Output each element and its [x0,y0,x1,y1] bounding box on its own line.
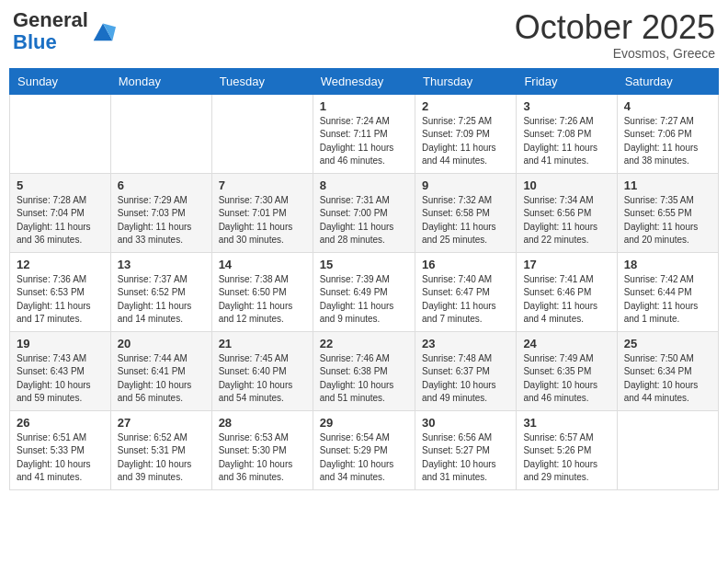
calendar-cell: 29Sunrise: 6:54 AM Sunset: 5:29 PM Dayli… [313,410,415,489]
calendar-week-row: 1Sunrise: 7:24 AM Sunset: 7:11 PM Daylig… [10,94,719,173]
day-info: Sunrise: 7:31 AM Sunset: 7:00 PM Dayligh… [320,194,408,247]
calendar-table: SundayMondayTuesdayWednesdayThursdayFrid… [9,68,719,490]
calendar-cell: 6Sunrise: 7:29 AM Sunset: 7:03 PM Daylig… [110,173,211,252]
day-info: Sunrise: 7:46 AM Sunset: 6:38 PM Dayligh… [320,352,408,406]
day-number: 11 [624,178,711,192]
calendar-cell: 26Sunrise: 6:51 AM Sunset: 5:33 PM Dayli… [10,410,111,489]
day-info: Sunrise: 7:25 AM Sunset: 7:09 PM Dayligh… [422,115,509,168]
calendar-cell: 11Sunrise: 7:35 AM Sunset: 6:55 PM Dayli… [617,173,718,252]
day-number: 3 [523,99,609,113]
calendar-cell: 24Sunrise: 7:49 AM Sunset: 6:35 PM Dayli… [517,331,617,410]
day-number: 16 [422,258,509,271]
day-number: 5 [17,178,104,192]
page-header: General Blue October 2025 Evosmos, Greec… [9,9,719,61]
day-number: 18 [624,258,711,271]
calendar-cell: 13Sunrise: 7:37 AM Sunset: 6:52 PM Dayli… [110,252,211,331]
day-info: Sunrise: 7:44 AM Sunset: 6:41 PM Dayligh… [118,352,205,406]
day-info: Sunrise: 7:38 AM Sunset: 6:50 PM Dayligh… [219,273,306,327]
day-number: 13 [118,258,205,271]
day-number: 29 [320,416,408,430]
day-info: Sunrise: 7:35 AM Sunset: 6:55 PM Dayligh… [624,194,711,247]
calendar-cell: 18Sunrise: 7:42 AM Sunset: 6:44 PM Dayli… [617,252,718,331]
calendar-cell: 16Sunrise: 7:40 AM Sunset: 6:47 PM Dayli… [415,252,516,331]
day-info: Sunrise: 7:24 AM Sunset: 7:11 PM Dayligh… [320,115,408,168]
day-number: 21 [219,337,306,350]
calendar-week-row: 12Sunrise: 7:36 AM Sunset: 6:53 PM Dayli… [10,252,719,331]
day-info: Sunrise: 7:43 AM Sunset: 6:43 PM Dayligh… [17,352,104,406]
day-number: 4 [624,99,711,113]
day-number: 15 [320,258,408,271]
weekday-header: Thursday [415,68,516,94]
day-info: Sunrise: 7:39 AM Sunset: 6:49 PM Dayligh… [320,273,408,327]
day-info: Sunrise: 7:29 AM Sunset: 7:03 PM Dayligh… [118,194,205,247]
day-info: Sunrise: 7:48 AM Sunset: 6:37 PM Dayligh… [422,352,509,406]
weekday-header: Monday [110,68,211,94]
day-number: 25 [624,337,711,350]
day-number: 9 [422,178,509,192]
calendar-cell: 21Sunrise: 7:45 AM Sunset: 6:40 PM Dayli… [211,331,313,410]
day-info: Sunrise: 7:49 AM Sunset: 6:35 PM Dayligh… [523,352,609,406]
day-info: Sunrise: 7:41 AM Sunset: 6:46 PM Dayligh… [523,273,609,327]
calendar-cell: 4Sunrise: 7:27 AM Sunset: 7:06 PM Daylig… [617,94,718,173]
calendar-cell: 3Sunrise: 7:26 AM Sunset: 7:08 PM Daylig… [517,94,617,173]
day-number: 27 [118,416,205,430]
weekday-header: Sunday [10,68,111,94]
day-number: 7 [219,178,306,192]
calendar-cell [10,94,111,173]
day-number: 14 [219,258,306,271]
weekday-header: Saturday [617,68,718,94]
day-info: Sunrise: 7:34 AM Sunset: 6:56 PM Dayligh… [523,194,609,247]
day-number: 30 [422,416,509,430]
day-info: Sunrise: 7:26 AM Sunset: 7:08 PM Dayligh… [523,115,609,168]
calendar-cell: 28Sunrise: 6:53 AM Sunset: 5:30 PM Dayli… [211,410,313,489]
calendar-cell: 5Sunrise: 7:28 AM Sunset: 7:04 PM Daylig… [10,173,111,252]
day-number: 8 [320,178,408,192]
day-info: Sunrise: 7:50 AM Sunset: 6:34 PM Dayligh… [624,352,711,406]
calendar-cell: 10Sunrise: 7:34 AM Sunset: 6:56 PM Dayli… [517,173,617,252]
day-number: 19 [17,337,104,350]
calendar-cell: 25Sunrise: 7:50 AM Sunset: 6:34 PM Dayli… [617,331,718,410]
weekday-header: Wednesday [313,68,415,94]
calendar-cell: 2Sunrise: 7:25 AM Sunset: 7:09 PM Daylig… [415,94,516,173]
calendar-cell: 22Sunrise: 7:46 AM Sunset: 6:38 PM Dayli… [313,331,415,410]
day-number: 23 [422,337,509,350]
day-info: Sunrise: 7:36 AM Sunset: 6:53 PM Dayligh… [17,273,104,327]
location-title: Evosmos, Greece [515,46,715,61]
calendar-cell: 19Sunrise: 7:43 AM Sunset: 6:43 PM Dayli… [10,331,111,410]
calendar-week-row: 19Sunrise: 7:43 AM Sunset: 6:43 PM Dayli… [10,331,719,410]
title-block: October 2025 Evosmos, Greece [515,9,715,61]
day-info: Sunrise: 6:52 AM Sunset: 5:31 PM Dayligh… [118,431,205,485]
day-info: Sunrise: 7:40 AM Sunset: 6:47 PM Dayligh… [422,273,509,327]
month-title: October 2025 [515,9,715,46]
day-number: 12 [17,258,104,271]
calendar-week-row: 26Sunrise: 6:51 AM Sunset: 5:33 PM Dayli… [10,410,719,489]
day-info: Sunrise: 6:57 AM Sunset: 5:26 PM Dayligh… [523,431,609,485]
day-number: 22 [320,337,408,350]
calendar-cell: 14Sunrise: 7:38 AM Sunset: 6:50 PM Dayli… [211,252,313,331]
calendar-cell [617,410,718,489]
weekday-header-row: SundayMondayTuesdayWednesdayThursdayFrid… [10,68,719,94]
day-number: 17 [523,258,609,271]
day-number: 6 [118,178,205,192]
calendar-cell: 15Sunrise: 7:39 AM Sunset: 6:49 PM Dayli… [313,252,415,331]
calendar-cell [211,94,313,173]
day-number: 10 [523,178,609,192]
calendar-cell: 20Sunrise: 7:44 AM Sunset: 6:41 PM Dayli… [110,331,211,410]
calendar-cell: 30Sunrise: 6:56 AM Sunset: 5:27 PM Dayli… [415,410,516,489]
day-number: 28 [219,416,306,430]
day-info: Sunrise: 6:51 AM Sunset: 5:33 PM Dayligh… [17,431,104,485]
day-number: 1 [320,99,408,113]
day-info: Sunrise: 7:37 AM Sunset: 6:52 PM Dayligh… [118,273,205,327]
day-number: 31 [523,416,609,430]
calendar-cell: 8Sunrise: 7:31 AM Sunset: 7:00 PM Daylig… [313,173,415,252]
calendar-cell: 17Sunrise: 7:41 AM Sunset: 6:46 PM Dayli… [517,252,617,331]
day-info: Sunrise: 7:27 AM Sunset: 7:06 PM Dayligh… [624,115,711,168]
weekday-header: Friday [517,68,617,94]
calendar-cell: 7Sunrise: 7:30 AM Sunset: 7:01 PM Daylig… [211,173,313,252]
day-number: 20 [118,337,205,350]
weekday-header: Tuesday [211,68,313,94]
calendar-cell: 27Sunrise: 6:52 AM Sunset: 5:31 PM Dayli… [110,410,211,489]
day-number: 26 [17,416,104,430]
calendar-cell [110,94,211,173]
calendar-week-row: 5Sunrise: 7:28 AM Sunset: 7:04 PM Daylig… [10,173,719,252]
